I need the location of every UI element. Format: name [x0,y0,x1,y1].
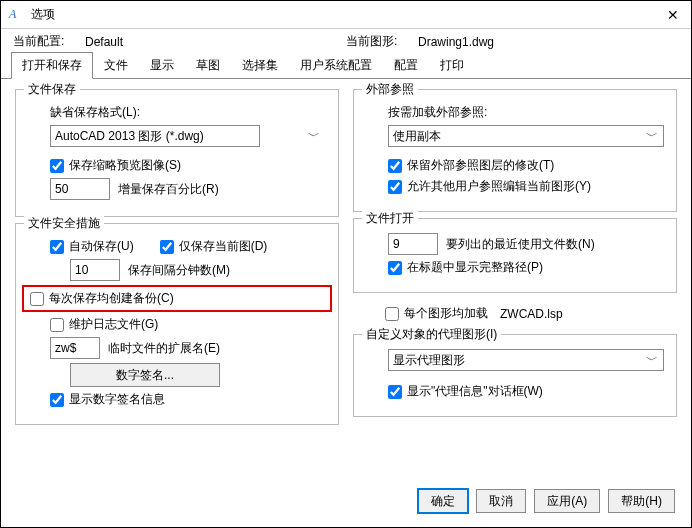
dialog-footer: 确定 取消 应用(A) 帮助(H) [1,479,691,527]
chevron-down-icon: ﹀ [308,128,320,145]
incremental-percent-input[interactable] [50,178,110,200]
options-dialog: A 选项 ✕ 当前配置: Default 当前图形: Drawing1.dwg … [0,0,692,528]
current-drawing-label: 当前图形: [346,33,418,50]
tab-profiles[interactable]: 配置 [383,52,429,79]
create-backup-label: 每次保存均创建备份(C) [49,290,174,307]
cancel-button[interactable]: 取消 [476,489,526,513]
backup-highlight: 每次保存均创建备份(C) [22,285,332,312]
proxy-group: 自定义对象的代理图形(I) 显示代理图形 ﹀ 显示"代理信息"对话框(W) [353,334,677,417]
xref-load-label: 按需加载外部参照: [366,104,664,121]
temp-ext-input[interactable] [50,337,100,359]
incremental-percent-label: 增量保存百分比(R) [118,181,219,198]
tab-content: 文件保存 缺省保存格式(L): AutoCAD 2013 图形 (*.dwg) … [1,79,691,479]
window-title: 选项 [31,6,663,23]
show-signature-checkbox[interactable]: 显示数字签名信息 [50,391,165,408]
show-signature-checkbox-input[interactable] [50,393,64,407]
help-button[interactable]: 帮助(H) [608,489,675,513]
maintain-log-checkbox-input[interactable] [50,318,64,332]
default-format-select[interactable]: AutoCAD 2013 图形 (*.dwg) [50,125,260,147]
profile-row: 当前配置: Default 当前图形: Drawing1.dwg [1,29,691,52]
default-format-label: 缺省保存格式(L): [28,104,326,121]
maintain-log-label: 维护日志文件(G) [69,316,158,333]
titlebar: A 选项 ✕ [1,1,691,29]
thumbnail-checkbox-input[interactable] [50,159,64,173]
current-profile-value: Default [85,35,346,49]
recent-files-input[interactable] [388,233,438,255]
xref-legend: 外部参照 [362,81,418,98]
auto-save-checkbox[interactable]: 自动保存(U) [50,238,134,255]
keep-xref-layers-label: 保留外部参照图层的修改(T) [407,157,554,174]
tab-drafting[interactable]: 草图 [185,52,231,79]
tab-selection[interactable]: 选择集 [231,52,289,79]
tab-files[interactable]: 文件 [93,52,139,79]
thumbnail-checkbox-label: 保存缩略预览图像(S) [69,157,181,174]
only-current-checkbox-input[interactable] [160,240,174,254]
temp-ext-label: 临时文件的扩展名(E) [108,340,220,357]
keep-xref-layers-input[interactable] [388,159,402,173]
show-proxy-dialog-input[interactable] [388,385,402,399]
create-backup-checkbox-input[interactable] [30,292,44,306]
tabs: 打开和保存 文件 显示 草图 选择集 用户系统配置 配置 打印 [1,52,691,79]
load-lsp-label: 每个图形均加载 [404,305,488,322]
keep-xref-layers-checkbox[interactable]: 保留外部参照图层的修改(T) [388,157,554,174]
tab-display[interactable]: 显示 [139,52,185,79]
lsp-filename: ZWCAD.lsp [500,307,563,321]
left-column: 文件保存 缺省保存格式(L): AutoCAD 2013 图形 (*.dwg) … [15,89,339,475]
load-lsp-input[interactable] [385,307,399,321]
tab-plot[interactable]: 打印 [429,52,475,79]
thumbnail-checkbox[interactable]: 保存缩略预览图像(S) [50,157,181,174]
ok-button[interactable]: 确定 [418,489,468,513]
current-profile-label: 当前配置: [13,33,85,50]
proxy-select[interactable]: 显示代理图形 [388,349,664,371]
file-open-legend: 文件打开 [362,210,418,227]
apply-button[interactable]: 应用(A) [534,489,600,513]
file-open-group: 文件打开 要列出的最近使用文件数(N) 在标题中显示完整路径(P) [353,218,677,293]
only-current-label: 仅保存当前图(D) [179,238,268,255]
show-proxy-dialog-label: 显示"代理信息"对话框(W) [407,383,543,400]
app-icon: A [9,7,25,23]
xref-group: 外部参照 按需加载外部参照: 使用副本 ﹀ 保留外部参照图层的修改(T) [353,89,677,212]
full-path-checkbox[interactable]: 在标题中显示完整路径(P) [388,259,543,276]
load-lsp-checkbox[interactable]: 每个图形均加载 [385,305,488,322]
file-save-legend: 文件保存 [24,81,80,98]
full-path-label: 在标题中显示完整路径(P) [407,259,543,276]
only-current-checkbox[interactable]: 仅保存当前图(D) [160,238,268,255]
interval-input[interactable] [70,259,120,281]
maintain-log-checkbox[interactable]: 维护日志文件(G) [50,316,158,333]
tab-open-save[interactable]: 打开和保存 [11,52,93,79]
close-icon[interactable]: ✕ [663,7,683,23]
current-drawing-value: Drawing1.dwg [418,35,679,49]
right-column: 外部参照 按需加载外部参照: 使用副本 ﹀ 保留外部参照图层的修改(T) [353,89,677,475]
allow-refedit-input[interactable] [388,180,402,194]
tab-user-prefs[interactable]: 用户系统配置 [289,52,383,79]
recent-files-label: 要列出的最近使用文件数(N) [446,236,595,253]
full-path-input[interactable] [388,261,402,275]
show-signature-label: 显示数字签名信息 [69,391,165,408]
file-safety-group: 文件安全措施 自动保存(U) 仅保存当前图(D) 保存间隔分钟数(M) [15,223,339,425]
digital-signature-button[interactable]: 数字签名... [70,363,220,387]
allow-refedit-label: 允许其他用户参照编辑当前图形(Y) [407,178,591,195]
auto-save-checkbox-input[interactable] [50,240,64,254]
create-backup-checkbox[interactable]: 每次保存均创建备份(C) [30,290,174,307]
xref-load-select[interactable]: 使用副本 [388,125,664,147]
file-save-group: 文件保存 缺省保存格式(L): AutoCAD 2013 图形 (*.dwg) … [15,89,339,217]
allow-refedit-checkbox[interactable]: 允许其他用户参照编辑当前图形(Y) [388,178,591,195]
file-safety-legend: 文件安全措施 [24,215,104,232]
default-format-select-wrap: AutoCAD 2013 图形 (*.dwg) ﹀ [28,125,326,147]
show-proxy-dialog-checkbox[interactable]: 显示"代理信息"对话框(W) [388,383,543,400]
auto-save-label: 自动保存(U) [69,238,134,255]
interval-label: 保存间隔分钟数(M) [128,262,230,279]
proxy-legend: 自定义对象的代理图形(I) [362,326,501,343]
